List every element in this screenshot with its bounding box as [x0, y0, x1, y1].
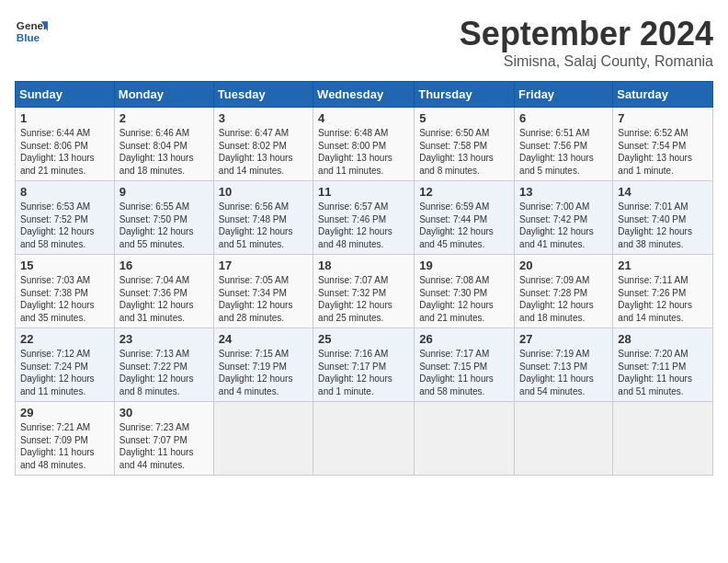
- col-sunday: Sunday: [16, 82, 115, 108]
- calendar-title: September 2024: [460, 15, 713, 53]
- calendar-day-5: 5Sunrise: 6:50 AMSunset: 7:58 PMDaylight…: [415, 108, 515, 181]
- col-friday: Friday: [515, 82, 613, 108]
- day-number: 27: [519, 332, 608, 346]
- calendar-day-14: 14Sunrise: 7:01 AMSunset: 7:40 PMDayligh…: [613, 181, 713, 255]
- day-info: Sunrise: 6:48 AMSunset: 8:00 PMDaylight:…: [318, 127, 409, 177]
- day-info: Sunrise: 7:16 AMSunset: 7:17 PMDaylight:…: [318, 348, 409, 397]
- calendar-empty: [313, 402, 415, 476]
- day-info: Sunrise: 6:59 AMSunset: 7:44 PMDaylight:…: [419, 201, 509, 250]
- day-info: Sunrise: 6:57 AMSunset: 7:46 PMDaylight:…: [318, 201, 409, 250]
- day-number: 18: [318, 259, 409, 272]
- calendar-day-9: 9Sunrise: 6:55 AMSunset: 7:50 PMDaylight…: [114, 181, 213, 255]
- day-number: 20: [519, 259, 608, 272]
- day-number: 9: [119, 185, 209, 199]
- calendar-day-24: 24Sunrise: 7:15 AMSunset: 7:19 PMDayligh…: [213, 328, 313, 402]
- calendar-day-8: 8Sunrise: 6:53 AMSunset: 7:52 PMDaylight…: [16, 181, 115, 255]
- day-info: Sunrise: 7:12 AMSunset: 7:24 PMDaylight:…: [20, 348, 109, 397]
- day-info: Sunrise: 6:56 AMSunset: 7:48 PMDaylight:…: [219, 201, 308, 250]
- calendar-day-15: 15Sunrise: 7:03 AMSunset: 7:38 PMDayligh…: [16, 255, 115, 328]
- calendar-week-row: 29Sunrise: 7:21 AMSunset: 7:09 PMDayligh…: [16, 402, 713, 476]
- calendar-day-11: 11Sunrise: 6:57 AMSunset: 7:46 PMDayligh…: [313, 181, 415, 255]
- day-info: Sunrise: 6:46 AMSunset: 8:04 PMDaylight:…: [119, 127, 209, 177]
- day-number: 3: [219, 111, 308, 125]
- col-monday: Monday: [114, 82, 213, 108]
- calendar-empty: [213, 402, 313, 476]
- calendar-empty: [415, 402, 515, 476]
- calendar-day-30: 30Sunrise: 7:23 AMSunset: 7:07 PMDayligh…: [114, 402, 213, 476]
- day-info: Sunrise: 7:20 AMSunset: 7:11 PMDaylight:…: [618, 348, 708, 397]
- day-number: 16: [119, 259, 209, 272]
- day-info: Sunrise: 6:51 AMSunset: 7:56 PMDaylight:…: [519, 127, 608, 177]
- title-block: September 2024 Simisna, Salaj County, Ro…: [460, 15, 713, 70]
- calendar-day-6: 6Sunrise: 6:51 AMSunset: 7:56 PMDaylight…: [515, 108, 613, 181]
- day-number: 6: [519, 111, 608, 125]
- day-info: Sunrise: 7:04 AMSunset: 7:36 PMDaylight:…: [119, 274, 209, 324]
- calendar-subtitle: Simisna, Salaj County, Romania: [460, 53, 713, 70]
- calendar-week-row: 22Sunrise: 7:12 AMSunset: 7:24 PMDayligh…: [16, 328, 713, 402]
- svg-text:Blue: Blue: [17, 31, 40, 43]
- day-info: Sunrise: 7:08 AMSunset: 7:30 PMDaylight:…: [419, 274, 509, 324]
- day-info: Sunrise: 7:00 AMSunset: 7:42 PMDaylight:…: [519, 201, 608, 250]
- calendar-day-18: 18Sunrise: 7:07 AMSunset: 7:32 PMDayligh…: [313, 255, 415, 328]
- calendar-day-2: 2Sunrise: 6:46 AMSunset: 8:04 PMDaylight…: [114, 108, 213, 181]
- calendar-day-3: 3Sunrise: 6:47 AMSunset: 8:02 PMDaylight…: [213, 108, 313, 181]
- logo-icon: General Blue: [15, 15, 48, 48]
- calendar-day-23: 23Sunrise: 7:13 AMSunset: 7:22 PMDayligh…: [114, 328, 213, 402]
- day-number: 8: [20, 185, 109, 199]
- calendar-day-12: 12Sunrise: 6:59 AMSunset: 7:44 PMDayligh…: [415, 181, 515, 255]
- day-info: Sunrise: 7:17 AMSunset: 7:15 PMDaylight:…: [419, 348, 509, 397]
- logo: General Blue GeneralBlue: [15, 15, 48, 48]
- day-number: 15: [20, 259, 109, 272]
- day-info: Sunrise: 7:19 AMSunset: 7:13 PMDaylight:…: [519, 348, 608, 397]
- calendar-day-20: 20Sunrise: 7:09 AMSunset: 7:28 PMDayligh…: [515, 255, 613, 328]
- calendar-day-21: 21Sunrise: 7:11 AMSunset: 7:26 PMDayligh…: [613, 255, 713, 328]
- day-info: Sunrise: 6:44 AMSunset: 8:06 PMDaylight:…: [20, 127, 109, 177]
- calendar-empty: [515, 402, 613, 476]
- day-number: 1: [20, 111, 109, 125]
- day-info: Sunrise: 7:05 AMSunset: 7:34 PMDaylight:…: [219, 274, 308, 324]
- calendar-day-10: 10Sunrise: 6:56 AMSunset: 7:48 PMDayligh…: [213, 181, 313, 255]
- calendar-day-13: 13Sunrise: 7:00 AMSunset: 7:42 PMDayligh…: [515, 181, 613, 255]
- col-tuesday: Tuesday: [213, 82, 313, 108]
- day-number: 7: [618, 111, 708, 125]
- day-number: 10: [219, 185, 308, 199]
- day-info: Sunrise: 7:09 AMSunset: 7:28 PMDaylight:…: [519, 274, 608, 324]
- day-number: 26: [419, 332, 509, 346]
- calendar-day-29: 29Sunrise: 7:21 AMSunset: 7:09 PMDayligh…: [16, 402, 115, 476]
- day-number: 21: [618, 259, 708, 272]
- calendar-day-27: 27Sunrise: 7:19 AMSunset: 7:13 PMDayligh…: [515, 328, 613, 402]
- day-info: Sunrise: 6:53 AMSunset: 7:52 PMDaylight:…: [20, 201, 109, 250]
- calendar-day-1: 1Sunrise: 6:44 AMSunset: 8:06 PMDaylight…: [16, 108, 115, 181]
- svg-text:General: General: [17, 19, 48, 31]
- calendar-day-16: 16Sunrise: 7:04 AMSunset: 7:36 PMDayligh…: [114, 255, 213, 328]
- day-number: 14: [618, 185, 708, 199]
- col-wednesday: Wednesday: [313, 82, 415, 108]
- day-number: 17: [219, 259, 308, 272]
- calendar-week-row: 8Sunrise: 6:53 AMSunset: 7:52 PMDaylight…: [16, 181, 713, 255]
- calendar-day-28: 28Sunrise: 7:20 AMSunset: 7:11 PMDayligh…: [613, 328, 713, 402]
- day-info: Sunrise: 7:23 AMSunset: 7:07 PMDaylight:…: [119, 421, 209, 471]
- day-number: 23: [119, 332, 209, 346]
- day-info: Sunrise: 7:13 AMSunset: 7:22 PMDaylight:…: [119, 348, 209, 397]
- day-info: Sunrise: 6:50 AMSunset: 7:58 PMDaylight:…: [419, 127, 509, 177]
- day-number: 2: [119, 111, 209, 125]
- day-number: 19: [419, 259, 509, 272]
- day-number: 22: [20, 332, 109, 346]
- day-info: Sunrise: 7:15 AMSunset: 7:19 PMDaylight:…: [219, 348, 308, 397]
- day-number: 11: [318, 185, 409, 199]
- calendar-day-7: 7Sunrise: 6:52 AMSunset: 7:54 PMDaylight…: [613, 108, 713, 181]
- calendar-day-17: 17Sunrise: 7:05 AMSunset: 7:34 PMDayligh…: [213, 255, 313, 328]
- day-number: 12: [419, 185, 509, 199]
- calendar-table: Sunday Monday Tuesday Wednesday Thursday…: [15, 81, 713, 476]
- calendar-header-row: Sunday Monday Tuesday Wednesday Thursday…: [16, 82, 713, 108]
- calendar-empty: [613, 402, 713, 476]
- col-saturday: Saturday: [613, 82, 713, 108]
- calendar-day-19: 19Sunrise: 7:08 AMSunset: 7:30 PMDayligh…: [415, 255, 515, 328]
- day-info: Sunrise: 7:11 AMSunset: 7:26 PMDaylight:…: [618, 274, 708, 324]
- day-info: Sunrise: 6:55 AMSunset: 7:50 PMDaylight:…: [119, 201, 209, 250]
- day-number: 25: [318, 332, 409, 346]
- day-number: 5: [419, 111, 509, 125]
- day-number: 13: [519, 185, 608, 199]
- calendar-day-26: 26Sunrise: 7:17 AMSunset: 7:15 PMDayligh…: [415, 328, 515, 402]
- col-thursday: Thursday: [415, 82, 515, 108]
